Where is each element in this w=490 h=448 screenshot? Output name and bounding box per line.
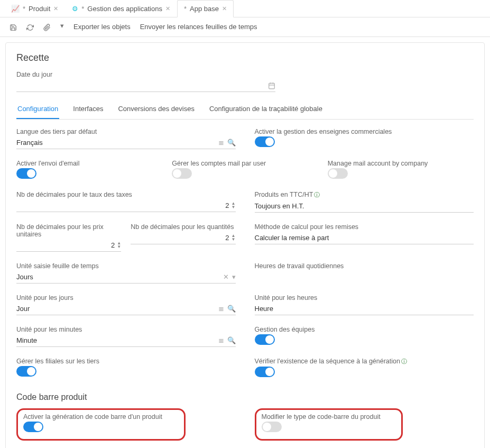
calendar-icon[interactable] (268, 81, 275, 89)
equipes-toggle[interactable] (255, 334, 275, 345)
list-icon[interactable]: ≣ (218, 139, 224, 147)
info-icon[interactable]: ⓘ (314, 191, 320, 198)
unit-ts-select[interactable]: Jours ✕ ▾ (16, 271, 236, 284)
close-icon[interactable]: ✕ (53, 5, 58, 12)
list-icon[interactable]: ≣ (218, 336, 224, 344)
mail-user-label: Gérer les comptes mail par user (172, 160, 318, 167)
search-icon[interactable]: 🔍 (227, 305, 236, 313)
inner-tab-conversions[interactable]: Conversions des devises (117, 102, 196, 119)
tab-label: App base (190, 5, 219, 13)
unit-min-label: Unité pour les minutes (16, 326, 236, 333)
refresh-icon[interactable] (26, 23, 34, 31)
filiales-toggle[interactable] (16, 366, 36, 377)
heures-quot-label: Heures de travail quotidiennes (255, 262, 474, 270)
tab-label: Gestion des applications (87, 5, 162, 13)
stepper-icon[interactable]: ▲▼ (232, 202, 236, 209)
seq-label: Vérifier l'existence de la séquence à la… (255, 358, 474, 365)
price-dec-input[interactable]: 2 ▲▼ (16, 239, 121, 252)
unit-jours-select[interactable]: Jour ≣ 🔍 (16, 303, 236, 315)
clear-icon[interactable]: ✕ (223, 273, 229, 281)
date-label: Date du jour (16, 71, 275, 78)
close-icon[interactable]: ✕ (165, 5, 170, 12)
tab-produit[interactable]: 📈 * Produit ✕ (4, 0, 65, 17)
highlight-gen: Activer la génération de code barre d'un… (16, 408, 186, 441)
search-icon[interactable]: 🔍 (227, 336, 236, 344)
chevron-down-icon[interactable]: ▾ (232, 273, 236, 281)
inner-tab-tracabilite[interactable]: Configuration de la traçabilité globale (208, 102, 323, 119)
unit-jours-label: Unité pour les jours (16, 294, 236, 301)
ttc-select[interactable]: Toujours en H.T. (255, 200, 474, 213)
unit-heures-label: Unité pour les heures (255, 294, 474, 301)
inner-tab-interfaces[interactable]: Interfaces (72, 102, 104, 119)
filiales-label: Gérer les filiales sur les tiers (16, 358, 236, 365)
enseignes-label: Activer la gestion des enseignes commerc… (255, 128, 474, 135)
svg-rect-0 (269, 83, 275, 89)
mail-company-label: Manage mail account by company (328, 160, 474, 167)
unit-heures-select[interactable]: Heure (255, 303, 474, 315)
remise-select[interactable]: Calculer la remise à part (255, 232, 474, 244)
inner-tab-configuration[interactable]: Configuration (16, 102, 59, 119)
seq-toggle[interactable] (255, 367, 275, 377)
enseignes-toggle[interactable] (255, 136, 275, 147)
highlight-edit-type: Modifier le type de code-barre du produi… (255, 408, 403, 441)
list-icon[interactable]: ≣ (218, 305, 224, 313)
unit-ts-label: Unité saisie feuille de temps (16, 262, 236, 270)
search-icon[interactable]: 🔍 (227, 139, 236, 147)
dropdown-icon[interactable]: ▾ (60, 22, 64, 30)
qty-dec-input[interactable]: 2 ▲▼ (131, 232, 235, 244)
stepper-icon[interactable]: ▲▼ (232, 234, 236, 241)
inner-tabs: Configuration Interfaces Conversions des… (16, 102, 474, 120)
export-button[interactable]: Exporter les objets (73, 23, 131, 31)
mail-company-toggle[interactable] (328, 168, 348, 179)
relance-button[interactable]: Envoyer les relances feuilles de temps (140, 23, 257, 31)
email-toggle[interactable] (16, 168, 36, 179)
toolbar: ▾ Exporter les objets Envoyer les relanc… (0, 17, 490, 37)
barcode-edit-type-toggle[interactable] (262, 422, 282, 432)
equipes-label: Gestion des équipes (255, 326, 474, 333)
remise-label: Méthode de calcul pour les remises (255, 223, 474, 231)
tab-label: Produit (29, 5, 50, 13)
price-dec-label: Nb de décimales pour les prix unitaires (16, 223, 121, 238)
attach-icon[interactable] (43, 23, 51, 31)
tax-dec-input[interactable]: 2 ▲▼ (16, 199, 236, 212)
date-input[interactable] (16, 79, 275, 92)
lang-select[interactable]: Français ≣ 🔍 (16, 136, 236, 149)
section-title: Recette (16, 52, 474, 63)
lang-label: Langue des tiers par défaut (16, 128, 236, 135)
barcode-gen-toggle[interactable] (23, 422, 43, 432)
email-label: Activer l'envoi d'email (16, 160, 162, 167)
unit-min-select[interactable]: Minute ≣ 🔍 (16, 334, 236, 347)
tab-app-base[interactable]: * App base ✕ (177, 0, 234, 17)
chart-icon: 📈 (11, 5, 20, 13)
info-icon[interactable]: ⓘ (401, 358, 407, 364)
gear-icon: ⚙ (72, 5, 78, 13)
barcode-gen-label: Activer la génération de code barre d'un… (23, 413, 179, 420)
ttc-label: Produits en TTC/HTⓘ (255, 191, 474, 199)
save-icon[interactable] (10, 23, 17, 31)
tab-gestion-apps[interactable]: ⚙ * Gestion des applications ✕ (65, 0, 177, 17)
mail-user-toggle[interactable] (172, 168, 192, 179)
barcode-title: Code barre produit (16, 392, 474, 402)
close-icon[interactable]: ✕ (222, 5, 227, 12)
card-recette: Recette Date du jour Configuration Inter… (5, 42, 485, 448)
tax-dec-label: Nb de décimales pour le taux des taxes (16, 191, 236, 198)
stepper-icon[interactable]: ▲▼ (117, 241, 121, 249)
tab-bar: 📈 * Produit ✕ ⚙ * Gestion des applicatio… (0, 0, 490, 17)
barcode-edit-type-label: Modifier le type de code-barre du produi… (262, 413, 396, 420)
qty-dec-label: Nb de décimales pour les quantités (131, 223, 235, 231)
